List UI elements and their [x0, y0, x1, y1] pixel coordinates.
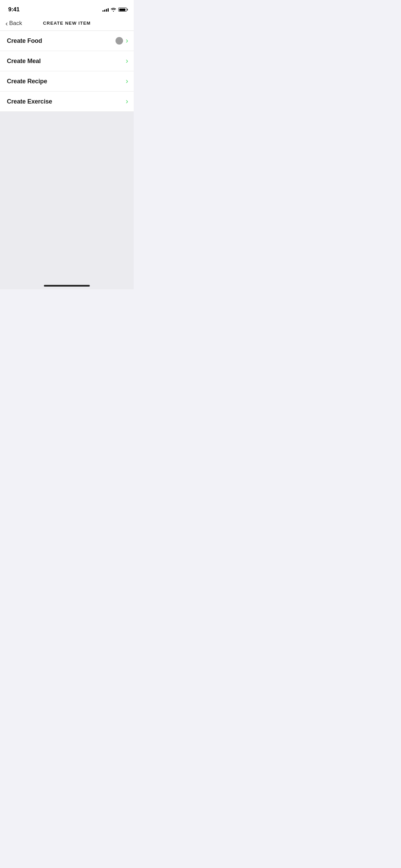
signal-icon — [102, 8, 109, 12]
create-food-right: › — [116, 37, 128, 45]
home-indicator — [44, 285, 90, 287]
create-recipe-label: Create Recipe — [7, 78, 47, 85]
chevron-right-icon: › — [126, 77, 128, 85]
chevron-right-icon: › — [126, 57, 128, 65]
battery-icon — [118, 8, 127, 12]
page-title: CREATE NEW ITEM — [43, 21, 90, 26]
nav-bar: ‹ Back CREATE NEW ITEM — [0, 17, 134, 31]
status-icons — [102, 8, 127, 12]
chevron-right-icon: › — [126, 37, 128, 45]
create-meal-right: › — [126, 57, 128, 65]
create-meal-label: Create Meal — [7, 58, 41, 65]
drag-indicator-icon — [116, 37, 123, 45]
status-bar: 9:41 — [0, 0, 134, 17]
background-area — [0, 112, 134, 289]
menu-container: Create Food › Create Meal › Create Recip… — [0, 31, 134, 112]
menu-item-create-recipe[interactable]: Create Recipe › — [0, 71, 134, 92]
status-time: 9:41 — [8, 6, 20, 13]
wifi-icon — [111, 8, 116, 12]
create-food-label: Create Food — [7, 37, 42, 45]
chevron-right-icon: › — [126, 98, 128, 105]
create-exercise-right: › — [126, 98, 128, 105]
create-recipe-right: › — [126, 77, 128, 85]
create-exercise-label: Create Exercise — [7, 98, 52, 105]
back-chevron-icon: ‹ — [5, 20, 8, 27]
menu-item-create-exercise[interactable]: Create Exercise › — [0, 92, 134, 112]
back-button[interactable]: ‹ Back — [5, 20, 22, 27]
menu-item-create-food[interactable]: Create Food › — [0, 31, 134, 51]
back-label: Back — [9, 20, 22, 27]
menu-item-create-meal[interactable]: Create Meal › — [0, 51, 134, 71]
